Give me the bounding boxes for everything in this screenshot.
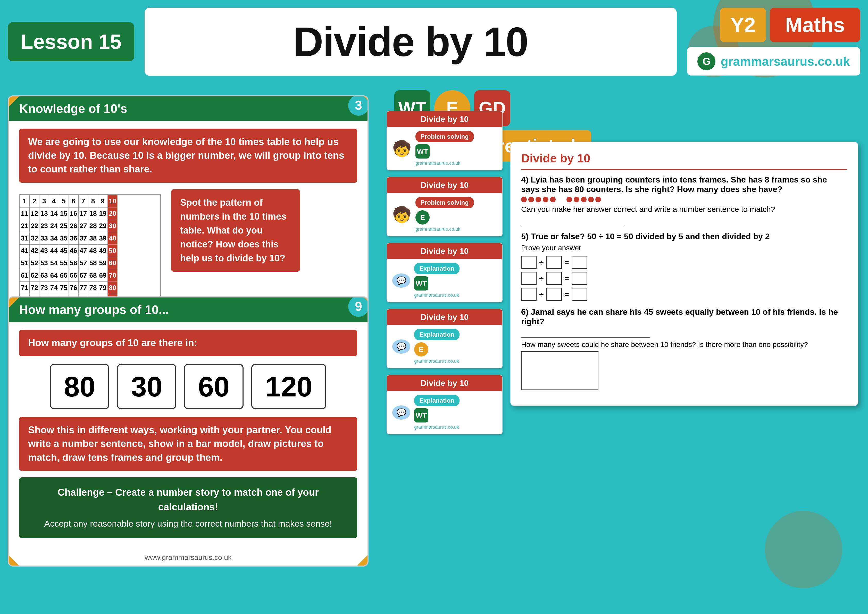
main-worksheet: Divide by 10 4) Lyia has been grouping c…	[510, 142, 858, 406]
worksheet-stack: Divide by 10 🧒 Problem solving WT gramma…	[387, 111, 502, 441]
dot	[574, 197, 579, 202]
big-numbers-row: 80 30 60 120	[19, 364, 357, 409]
number-80: 80	[50, 364, 109, 409]
gramm-url: grammarsaurus.co.uk	[721, 54, 850, 68]
ws4-gramm: grammarsaurus.co.uk	[414, 358, 459, 364]
slide2-red-box: How many groups of 10 are there in:	[19, 330, 357, 356]
mws-title: Divide by 10	[521, 151, 847, 170]
ws1-body: 🧒 Problem solving WT grammarsaurus.co.uk	[387, 127, 502, 170]
ws2-title: Divide by 10	[387, 177, 502, 193]
eq-row-2: ÷ =	[521, 272, 847, 285]
question-5: 5) True or false? 50 ÷ 10 = 50 divided b…	[521, 232, 847, 301]
ws4-e-badge: E	[414, 342, 428, 357]
ws1-title: Divide by 10	[387, 112, 502, 127]
dot	[581, 197, 587, 202]
ws2-problem-btn: Problem solving	[415, 197, 474, 208]
ws5-gramm: grammarsaurus.co.uk	[414, 425, 459, 430]
q4-text: 4) Lyia has been grouping counters into …	[521, 175, 847, 194]
dot	[595, 197, 601, 202]
ws1-icons: Problem solving WT grammarsaurus.co.uk	[415, 131, 474, 166]
dot	[550, 197, 556, 202]
ws1-wt-badge: WT	[415, 144, 429, 158]
eq-box-7	[521, 288, 536, 301]
worksheet-2: Divide by 10 🧒 Problem solving E grammar…	[387, 177, 502, 236]
slide2-footer: www.grammarsaurus.co.uk	[9, 550, 367, 566]
header: Lesson 15 Divide by 10 Y2 Maths G gramma…	[8, 8, 860, 76]
ws3-body: 💬 Explanation WT grammarsaurus.co.uk	[387, 259, 502, 302]
ws2-wt-badge: E	[415, 210, 429, 225]
number-30: 30	[117, 364, 176, 409]
eq-row-1: ÷ =	[521, 256, 847, 269]
number-60: 60	[184, 364, 243, 409]
ws5-explanation-btn: Explanation	[414, 395, 459, 406]
eq-box-5	[546, 272, 562, 285]
q5-text: 5) True or false? 50 ÷ 10 = 50 divided b…	[521, 232, 847, 241]
header-right: Y2 Maths G grammarsaurus.co.uk	[687, 8, 860, 76]
number-120: 120	[251, 364, 327, 409]
ws3-icons: Explanation WT grammarsaurus.co.uk	[414, 263, 459, 298]
eq-box-3	[572, 256, 587, 269]
ws2-gramm: grammarsaurus.co.uk	[415, 226, 474, 232]
slide1-number-badge: 3	[348, 95, 369, 116]
dot	[566, 197, 572, 202]
slide1-info-box: Spot the pattern of numbers in the 10 ti…	[171, 189, 300, 272]
dot	[543, 197, 549, 202]
slide1-red-box: We are going to use our knowledge of the…	[19, 129, 357, 183]
maths-badge: Maths	[770, 8, 860, 42]
ws3-title: Divide by 10	[387, 243, 502, 259]
ws5-icons: Explanation WT grammarsaurus.co.uk	[414, 395, 459, 430]
grid-row: 12345678910 11121314151617181920 2122232…	[19, 189, 357, 312]
eq-box-2	[546, 256, 562, 269]
worksheet-4: Divide by 10 💬 Explanation E grammarsaur…	[387, 309, 502, 368]
ws5-body: 💬 Explanation WT grammarsaurus.co.uk	[387, 391, 502, 434]
ws5-speech-icon: 💬	[392, 405, 410, 420]
ws5-wt-badge: WT	[414, 408, 428, 422]
ws1-character-icon: 🧒	[392, 140, 412, 158]
slide1-content: We are going to use our knowledge of the…	[9, 121, 367, 320]
slide2-content: How many groups of 10 are there in: 80 3…	[9, 322, 367, 550]
ws1-problem-btn: Problem solving	[415, 131, 474, 142]
number-grid: 12345678910 11121314151617181920 2122232…	[19, 189, 161, 312]
ws4-explanation-btn: Explanation	[414, 329, 459, 340]
ws4-title: Divide by 10	[387, 309, 502, 325]
question-4: 4) Lyia has been grouping counters into …	[521, 175, 847, 225]
title-box: Divide by 10	[144, 8, 677, 76]
eq-box-8	[546, 288, 562, 301]
ws3-speech-icon: 💬	[392, 273, 410, 288]
ws2-icons: Problem solving E grammarsaurus.co.uk	[415, 197, 474, 232]
q6-text: 6) Jamal says he can share his 45 sweets…	[521, 307, 847, 326]
worksheet-1: Divide by 10 🧒 Problem solving WT gramma…	[387, 111, 502, 171]
q5-equations: ÷ = ÷ = ÷ =	[521, 256, 847, 301]
eq-box-1	[521, 256, 536, 269]
year-maths-row: Y2 Maths	[720, 8, 860, 42]
question-6: 6) Jamal says he can share his 45 sweets…	[521, 307, 847, 390]
eq-box-6	[572, 272, 587, 285]
slide1-header: Knowledge of 10's	[9, 96, 367, 121]
slide-groups: How many groups of 10... How many groups…	[8, 296, 369, 567]
eq-box-9	[572, 288, 587, 301]
slide2-header: How many groups of 10...	[9, 298, 367, 322]
grammarsaurus-box: G grammarsaurus.co.uk	[687, 47, 860, 76]
q4-dots	[521, 197, 847, 202]
ws5-title: Divide by 10	[387, 375, 502, 391]
slide2-number-badge: 9	[348, 296, 369, 317]
q4b-text: Can you make her answer correct and writ…	[521, 205, 847, 214]
year-badge: Y2	[720, 8, 766, 42]
slide-knowledge: Knowledge of 10's We are going to use ou…	[8, 95, 369, 321]
ws4-icons: Explanation E grammarsaurus.co.uk	[414, 329, 459, 364]
dot	[529, 197, 534, 202]
worksheet-3: Divide by 10 💬 Explanation WT grammarsau…	[387, 243, 502, 302]
ws3-wt-badge: WT	[414, 276, 428, 290]
dot	[536, 197, 541, 202]
gramm-logo-icon: G	[698, 52, 715, 70]
challenge-sub: Accept any reasonable story using the co…	[29, 517, 347, 530]
q6b-text: How many sweets could he share between 1…	[521, 341, 847, 349]
ws4-body: 💬 Explanation E grammarsaurus.co.uk	[387, 325, 502, 368]
ws1-gramm: grammarsaurus.co.uk	[415, 161, 474, 166]
challenge-title: Challenge – Create a number story to mat…	[29, 485, 347, 515]
q6-answer-line	[521, 329, 650, 338]
dot	[588, 197, 594, 202]
ws3-explanation-btn: Explanation	[414, 263, 459, 274]
main-title: Divide by 10	[293, 18, 528, 65]
dot	[521, 197, 527, 202]
